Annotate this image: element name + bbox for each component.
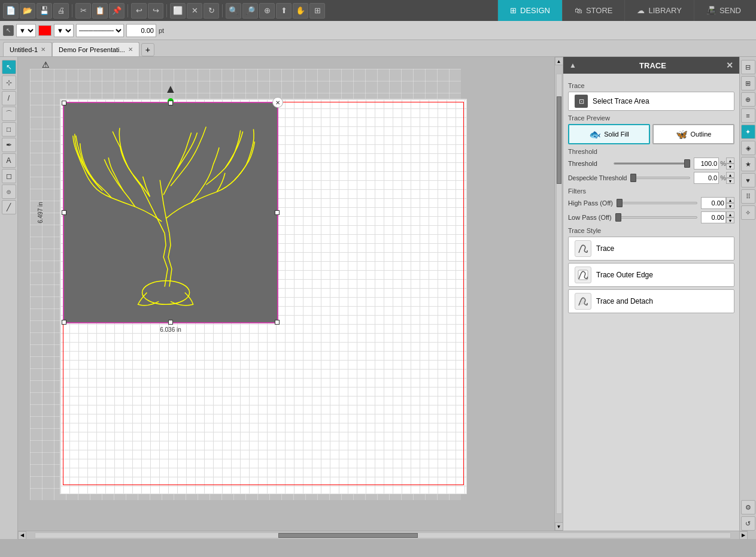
tab-send[interactable]: 📠 SEND <box>694 0 753 21</box>
scroll-down-btn[interactable]: ▼ <box>555 522 563 531</box>
image-box[interactable]: ▲ ✕ <box>63 102 278 323</box>
stroke-width-input[interactable] <box>126 24 156 37</box>
line-style-dropdown[interactable]: ───────── <box>76 24 124 37</box>
despeckle-spin-down[interactable]: ▼ <box>726 178 734 184</box>
document-tabs-row: Untitled-1 ✕ Demo For Presentati... ✕ + <box>0 40 756 57</box>
tab-design[interactable]: ⊞ DESIGN <box>497 0 562 21</box>
high-pass-spin-down[interactable]: ▼ <box>726 203 734 209</box>
scroll-up-icon[interactable]: ⬆ <box>276 3 292 19</box>
cut-icon[interactable]: ✂ <box>75 3 91 19</box>
hand-icon[interactable]: ✋ <box>293 3 308 19</box>
pencil-tool[interactable]: / <box>2 91 16 105</box>
select-tool[interactable]: ↖ <box>2 60 16 74</box>
low-pass-thumb[interactable] <box>615 213 621 222</box>
select-icon[interactable]: ⬜ <box>170 3 186 19</box>
copy-icon[interactable]: 📋 <box>92 3 108 19</box>
line-tool[interactable]: ╱ <box>2 200 16 214</box>
cut-settings-icon-btn[interactable]: ◈ <box>741 141 755 155</box>
solid-fill-btn[interactable]: 🐟 Solid Fill <box>568 124 650 144</box>
rotate-icon[interactable]: ↻ <box>204 3 219 19</box>
threshold-section-label: Threshold <box>568 148 734 155</box>
stroke-dropdown[interactable]: ▼ <box>54 24 74 37</box>
trace-btn[interactable]: Trace <box>568 237 734 261</box>
high-pass-value-input[interactable]: 0.00 <box>701 197 726 209</box>
threshold-thumb[interactable] <box>684 159 690 168</box>
h-scroll-track[interactable] <box>35 532 731 538</box>
zoom-out-icon[interactable]: 🔎 <box>242 3 258 19</box>
print-icon[interactable]: 🖨 <box>53 3 69 19</box>
tab-library[interactable]: ☁ LIBRARY <box>624 0 693 21</box>
settings-icon-btn[interactable]: ⚙ <box>741 500 755 514</box>
select-trace-area-btn[interactable]: ⊡ Select Trace Area <box>568 92 734 111</box>
threshold-track[interactable] <box>614 162 690 165</box>
refresh-icon-btn[interactable]: ↺ <box>741 516 755 531</box>
undo-icon[interactable]: ↩ <box>131 3 147 19</box>
shape-selector[interactable]: ▼ <box>16 24 36 37</box>
dots-icon-btn[interactable]: ⠿ <box>741 189 755 204</box>
despeckle-track[interactable] <box>630 177 690 179</box>
panel-collapse-icon[interactable]: ▲ <box>569 61 576 69</box>
canvas-area[interactable]: ⚠ ▲ ✕ <box>18 57 554 531</box>
high-pass-spinbox: ▲ ▼ <box>726 197 734 209</box>
redo-icon[interactable]: ↪ <box>148 3 163 19</box>
despeckle-value-input[interactable]: 0.0 <box>694 172 719 184</box>
star-icon-btn[interactable]: ★ <box>741 157 755 171</box>
tab-untitled-close[interactable]: ✕ <box>41 46 45 53</box>
trace-outer-edge-btn[interactable]: Trace Outer Edge <box>568 263 734 287</box>
panel-close-btn[interactable]: ✕ <box>726 60 733 70</box>
tab-demo[interactable]: Demo For Presentati... ✕ <box>52 42 139 56</box>
v-scroll-thumb[interactable] <box>557 96 561 184</box>
v-scroll-track[interactable] <box>556 74 562 514</box>
eraser-tool[interactable]: ◻ <box>2 169 16 183</box>
eyedropper-tool[interactable]: ⌾ <box>2 184 16 199</box>
threshold-value-input[interactable]: 100.0 <box>694 158 719 169</box>
deselect-icon[interactable]: ✕ <box>187 3 202 19</box>
lines-icon-btn[interactable]: ≡ <box>741 108 755 123</box>
tab-untitled[interactable]: Untitled-1 ✕ <box>3 42 52 56</box>
pen-tool[interactable]: ✒ <box>2 138 16 152</box>
pixels-icon-btn[interactable]: ⊞ <box>741 76 755 90</box>
tab-store[interactable]: 🛍 STORE <box>562 0 625 21</box>
add-tab-btn[interactable]: + <box>141 43 154 56</box>
zoom-fit-icon[interactable]: ⊕ <box>259 3 275 19</box>
image-close-btn[interactable]: ✕ <box>272 97 283 108</box>
star2-icon-btn[interactable]: ✧ <box>741 205 755 220</box>
outline-btn[interactable]: 🦋 Outline <box>652 124 734 144</box>
despeckle-spin-up[interactable]: ▲ <box>726 172 734 178</box>
high-pass-thumb[interactable] <box>617 199 623 207</box>
threshold-spin-down[interactable]: ▼ <box>726 164 734 169</box>
low-pass-spin-up[interactable]: ▲ <box>726 211 734 217</box>
bezier-tool[interactable]: ⌒ <box>2 107 16 121</box>
h-scroll-thumb[interactable] <box>278 533 417 538</box>
trace-icon-btn[interactable]: ✦ <box>741 125 755 139</box>
text-tool[interactable]: A <box>2 153 16 168</box>
save-icon[interactable]: 💾 <box>37 3 52 19</box>
scroll-right-btn[interactable]: ▶ <box>739 531 748 540</box>
new-icon[interactable]: 📄 <box>3 3 19 19</box>
rect-tool[interactable]: □ <box>2 122 16 137</box>
heart-icon-btn[interactable]: ♥ <box>741 173 755 187</box>
warning-icon: ⚠ <box>42 60 50 69</box>
select-area-icon: ⊡ <box>575 95 588 108</box>
paste-icon[interactable]: 📌 <box>109 3 125 19</box>
color-icon-btn[interactable]: ⊕ <box>741 92 755 107</box>
low-pass-value-input[interactable]: 0.00 <box>701 211 726 223</box>
despeckle-thumb[interactable] <box>630 174 636 182</box>
select-tool-btn[interactable]: ↖ <box>3 25 14 36</box>
stroke-color-swatch[interactable] <box>38 25 51 36</box>
open-icon[interactable]: 📂 <box>20 3 35 19</box>
crosshair-icon[interactable]: ⊞ <box>309 3 325 19</box>
high-pass-track[interactable] <box>617 202 697 204</box>
low-pass-track[interactable] <box>615 216 697 219</box>
high-pass-spin-up[interactable]: ▲ <box>726 197 734 203</box>
tab-demo-close[interactable]: ✕ <box>128 46 133 53</box>
move-handle[interactable]: ▲ <box>165 82 177 96</box>
layers-icon-btn[interactable]: ⊟ <box>741 60 755 74</box>
low-pass-spin-down[interactable]: ▼ <box>726 217 734 223</box>
zoom-in-icon[interactable]: 🔍 <box>226 3 241 19</box>
scroll-up-btn[interactable]: ▲ <box>555 57 563 65</box>
threshold-spin-up[interactable]: ▲ <box>726 158 734 164</box>
trace-detach-btn[interactable]: Trace and Detach <box>568 289 734 313</box>
node-tool[interactable]: ⊹ <box>2 75 16 90</box>
scroll-left-btn[interactable]: ◀ <box>18 531 26 540</box>
